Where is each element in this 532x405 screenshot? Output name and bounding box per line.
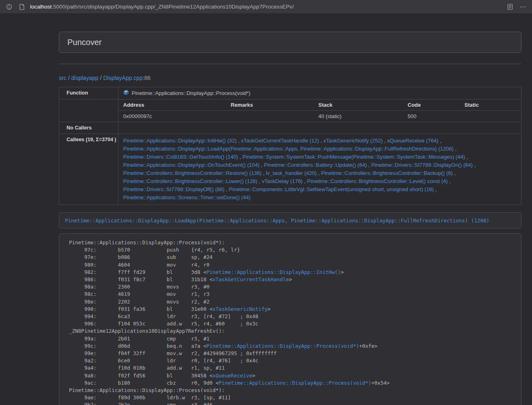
- url-text[interactable]: localhost:5000/path/src/displayapp/Displ…: [30, 4, 502, 10]
- column-header-address: Address: [118, 99, 226, 111]
- callee-separator: ,: [453, 170, 456, 176]
- function-name: Pinetime::Applications::DisplayApp::Proc…: [132, 90, 251, 96]
- shield-icon[interactable]: [4, 2, 14, 12]
- breadcrumb-link-displayapp[interactable]: displayapp: [71, 75, 99, 81]
- callee-link[interactable]: Pinetime::Drivers::St7789::DisplayOff() …: [123, 186, 225, 192]
- callee-link[interactable]: Pinetime::System::SystemTask::PushMessag…: [243, 154, 465, 160]
- callee-link[interactable]: Pinetime::Controllers::BrightnessControl…: [123, 178, 258, 184]
- reader-mode-icon[interactable]: [505, 2, 515, 12]
- callee-link[interactable]: Pinetime::Components::LittleVgl::SetNewT…: [229, 186, 434, 192]
- callee-separator: ,: [383, 138, 387, 144]
- code-symbol-link[interactable]: Pinetime::Applications::DisplayApp::Proc…: [207, 343, 359, 349]
- callee-separator: ,: [454, 146, 457, 152]
- callee-separator: ,: [367, 162, 371, 168]
- callees-cell: Pinetime::Applications::DisplayApp::Init…: [118, 134, 521, 205]
- callee-link[interactable]: Pinetime::Controllers::BrightnessControl…: [307, 178, 448, 184]
- stack-value: 40 (static): [314, 111, 403, 122]
- callee-separator: ,: [319, 138, 323, 144]
- code-symbol-link[interactable]: Pinetime::Applications::DisplayApp::Proc…: [219, 380, 371, 386]
- details-cell: Address Remarks Stack Code Static 0x0000…: [118, 99, 521, 122]
- column-header-static: Static: [460, 99, 521, 111]
- callee-separator: ,: [473, 162, 476, 168]
- callee-link[interactable]: Pinetime::Controllers::BrightnessControl…: [321, 170, 452, 176]
- callee-link[interactable]: Pinetime::Drivers::Cst816S::GetTouchInfo…: [123, 154, 238, 160]
- callee-separator: ,: [438, 138, 441, 144]
- details-subtable: Address Remarks Stack Code Static 0x0000…: [118, 99, 521, 122]
- callee-link[interactable]: Pinetime::Drivers::St7789::DisplayOn() (…: [371, 162, 473, 168]
- breadcrumb-line-number: :86: [143, 75, 151, 81]
- code-symbol-link[interactable]: Pinetime::Applications::DisplayApp::Init…: [207, 269, 341, 275]
- callee-link[interactable]: Pinetime::Controllers::BrightnessControl…: [123, 170, 262, 176]
- page-title: Puncover: [67, 38, 102, 47]
- selected-symbol-link[interactable]: Pinetime::Applications::DisplayApp::Load…: [65, 218, 489, 224]
- code-symbol-link[interactable]: xTaskGetCurrentTaskHandle: [213, 276, 289, 282]
- callee-link[interactable]: xTaskGetCurrentTaskHandle (12): [241, 138, 319, 144]
- details-row: Address Remarks Stack Code Static 0x0000…: [59, 99, 521, 122]
- column-header-code: Code: [403, 99, 460, 111]
- remarks-value: [226, 111, 314, 122]
- code-symbol-link[interactable]: xTaskGenericNotify: [213, 306, 267, 312]
- callees-list: Pinetime::Applications::DisplayApp::Init…: [118, 134, 521, 205]
- callee-link[interactable]: lv_task_handler (420): [266, 170, 317, 176]
- breadcrumb-link-file[interactable]: DisplayApp.cpp: [103, 75, 142, 81]
- function-label: Function: [59, 87, 118, 99]
- callee-separator: ,: [448, 178, 450, 184]
- breadcrumb-link-src[interactable]: src: [59, 75, 67, 81]
- function-row: Function Pinetime::Applications::Display…: [59, 87, 521, 99]
- callers-empty-cell: [118, 122, 521, 134]
- callee-link[interactable]: Pinetime::Applications::DisplayApp::OnTo…: [123, 162, 260, 168]
- callee-separator: ,: [434, 186, 437, 192]
- function-table: Function Pinetime::Applications::Display…: [59, 87, 521, 205]
- no-callers-label: No Callers: [59, 122, 118, 134]
- callee-separator: ,: [224, 186, 229, 192]
- page-icon[interactable]: [17, 2, 27, 12]
- code-symbol-link[interactable]: xQueueReceive: [213, 373, 252, 379]
- breadcrumb-separator: /: [68, 75, 70, 81]
- app-header: Puncover: [59, 32, 521, 53]
- url-host: localhost: [30, 4, 52, 10]
- callee-link[interactable]: Pinetime::Controllers::Battery::Update()…: [264, 162, 367, 168]
- function-cube-icon: [123, 90, 129, 97]
- column-header-stack: Stack: [314, 99, 403, 111]
- page-actions-icon[interactable]: ⋯: [518, 2, 528, 12]
- callee-link[interactable]: Pinetime::Applications::DisplayApp::Init…: [123, 138, 237, 144]
- disassembly: Pinetime::Applications::DisplayApp::Proc…: [59, 233, 521, 405]
- callee-link[interactable]: xTaskGenericNotify (252): [323, 138, 383, 144]
- callee-separator: ,: [237, 138, 241, 144]
- callee-separator: ,: [317, 170, 321, 176]
- callee-link[interactable]: Pinetime::Applications::Screens::Timer::…: [123, 194, 251, 200]
- callee-separator: ,: [303, 178, 307, 184]
- column-header-remarks: Remarks: [226, 99, 314, 111]
- callee-link[interactable]: vTaskDelay (176): [262, 178, 302, 184]
- breadcrumb: src/displayapp/DisplayApp.cpp:86: [59, 74, 521, 82]
- callees-label: Callees (19, Σ=3704 ): [59, 134, 118, 205]
- callee-separator: ,: [238, 154, 243, 160]
- divider: [59, 64, 521, 64]
- static-value: [460, 111, 521, 122]
- function-name-cell: Pinetime::Applications::DisplayApp::Proc…: [118, 87, 521, 99]
- breadcrumb-separator: /: [100, 75, 102, 81]
- callee-separator: ,: [260, 162, 264, 168]
- browser-url-bar: localhost:5000/path/src/displayapp/Displ…: [0, 0, 532, 14]
- callee-link[interactable]: Pinetime::Applications::DisplayApp::Load…: [123, 146, 454, 152]
- code-value: 500: [403, 111, 460, 122]
- details-header-row: Address Remarks Stack Code Static: [118, 99, 521, 111]
- empty-label-cell: [59, 99, 118, 122]
- main-content: Puncover src/displayapp/DisplayApp.cpp:8…: [59, 32, 521, 405]
- details-value-row: 0x0000097c 40 (static) 500: [118, 111, 521, 122]
- url-path: :5000/path/src/displayapp/DisplayApp.cpp…: [52, 4, 294, 10]
- callee-separator: ,: [257, 178, 262, 184]
- callers-row: No Callers: [59, 122, 521, 134]
- callee-separator: ,: [262, 170, 266, 176]
- callees-row: Callees (19, Σ=3704 ) Pinetime::Applicat…: [59, 134, 521, 205]
- selected-symbol-panel: Pinetime::Applications::DisplayApp::Load…: [59, 212, 521, 228]
- callee-link[interactable]: xQueueReceive (764): [387, 138, 438, 144]
- callee-separator: ,: [465, 154, 468, 160]
- address-value: 0x0000097c: [118, 111, 226, 122]
